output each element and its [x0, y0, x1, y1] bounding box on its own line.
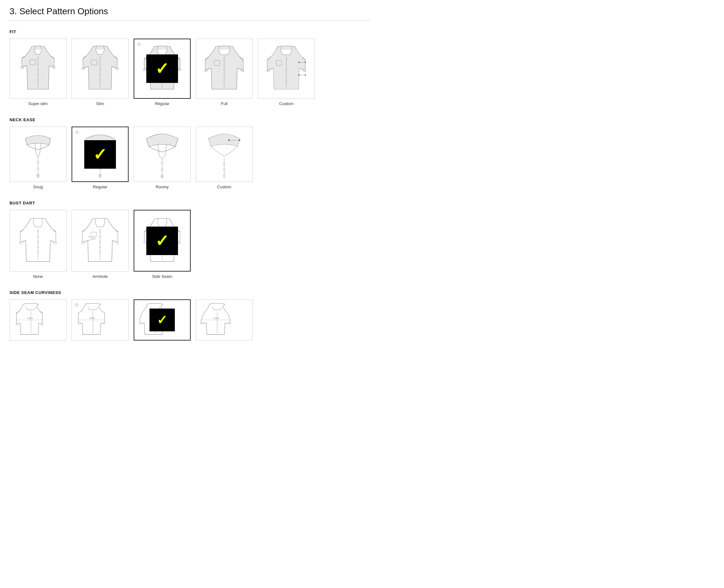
- svg-point-39: [286, 69, 287, 71]
- option-neck-regular-label: Regular: [93, 185, 107, 189]
- option-fit-custom-img: [258, 39, 315, 99]
- svg-rect-33: [214, 60, 220, 65]
- svg-rect-111: [139, 322, 141, 324]
- svg-rect-116: [200, 322, 202, 324]
- svg-point-74: [37, 231, 39, 232]
- option-curve-slight[interactable]: ☆ 100%: [72, 299, 128, 340]
- option-fit-regular-img: ☆: [134, 39, 190, 99]
- option-fit-full[interactable]: Full: [196, 39, 253, 106]
- svg-point-63: [161, 169, 163, 171]
- option-fit-full-label: Full: [221, 101, 228, 106]
- svg-point-1: [37, 58, 39, 60]
- title-divider: [9, 20, 370, 21]
- option-fit-custom-label: Custom: [279, 101, 294, 106]
- option-curve-straight[interactable]: 100%: [9, 299, 66, 340]
- svg-point-53: [37, 168, 39, 170]
- svg-rect-117: [229, 322, 230, 324]
- selected-overlay-bust-side-seam: ✓: [146, 227, 178, 255]
- svg-point-72: [223, 175, 225, 177]
- svg-rect-103: [16, 324, 17, 325]
- svg-point-4: [37, 74, 39, 76]
- svg-rect-79: [20, 242, 22, 244]
- section-fit: FIT: [9, 29, 370, 106]
- section-side-seam-curviness: SIDE SEAM CURVINESS 100%: [9, 290, 370, 340]
- svg-point-5: [37, 80, 39, 81]
- option-neck-regular[interactable]: ☆ ✓ Regular: [72, 127, 128, 189]
- side-seam-curviness-options-row: 100% ☆ 100%: [9, 299, 370, 340]
- svg-rect-8: [53, 66, 55, 68]
- star-icon-neck-regular: ☆: [75, 129, 79, 135]
- option-fit-custom[interactable]: Custom: [258, 39, 315, 106]
- svg-point-82: [99, 231, 101, 232]
- svg-point-32: [224, 80, 225, 82]
- svg-point-40: [286, 75, 287, 76]
- svg-point-11: [99, 63, 101, 65]
- selected-overlay-neck-regular: ✓: [84, 140, 116, 169]
- option-curve-curved[interactable]: ✓: [134, 299, 190, 340]
- svg-rect-87: [91, 232, 96, 236]
- option-neck-snug[interactable]: Snug: [9, 127, 66, 189]
- svg-text:100%: 100%: [213, 317, 219, 320]
- svg-rect-15: [91, 60, 97, 65]
- option-neck-custom-label: Custom: [217, 185, 232, 189]
- svg-point-78: [37, 251, 39, 253]
- option-fit-slim-img: [72, 39, 128, 99]
- option-fit-regular[interactable]: ☆: [134, 39, 190, 106]
- option-curve-curved-img: ✓: [134, 299, 190, 340]
- option-bust-side-seam[interactable]: ✓ Side Seam: [134, 210, 190, 279]
- option-fit-full-img: [196, 39, 253, 99]
- svg-rect-25: [143, 69, 146, 70]
- option-bust-armhole[interactable]: Armhole: [72, 210, 128, 279]
- option-curve-very-curved[interactable]: 100%: [196, 299, 253, 340]
- option-neck-custom[interactable]: Custom: [196, 127, 253, 189]
- checkmark-curve-curved: ✓: [157, 314, 167, 326]
- section-fit-label: FIT: [9, 29, 370, 34]
- option-fit-slim[interactable]: Slim: [72, 39, 128, 106]
- option-neck-roomy[interactable]: Roomy: [134, 127, 190, 189]
- svg-point-52: [37, 162, 39, 163]
- svg-rect-34: [205, 70, 207, 71]
- option-fit-super-slim[interactable]: Super slim: [9, 39, 66, 106]
- svg-point-76: [37, 241, 39, 243]
- option-bust-side-seam-label: Side Seam: [152, 274, 172, 279]
- svg-rect-108: [78, 322, 80, 324]
- option-bust-armhole-label: Armhole: [93, 274, 108, 279]
- svg-point-3: [37, 69, 39, 70]
- star-icon-fit-regular: ☆: [137, 41, 141, 47]
- svg-rect-97: [178, 242, 181, 244]
- option-bust-none[interactable]: None: [9, 210, 66, 279]
- option-neck-roomy-label: Roomy: [156, 185, 168, 189]
- section-neck-ease: NECK EASE Snug: [9, 118, 370, 189]
- svg-point-28: [224, 59, 225, 60]
- option-fit-regular-label: Regular: [155, 101, 169, 106]
- option-fit-slim-label: Slim: [96, 101, 104, 106]
- svg-point-31: [224, 75, 225, 76]
- svg-rect-16: [82, 67, 84, 69]
- option-neck-custom-img: [196, 127, 253, 182]
- svg-point-46: [298, 62, 300, 63]
- svg-point-86: [99, 251, 101, 253]
- svg-point-30: [224, 69, 225, 71]
- svg-rect-80: [54, 242, 56, 244]
- svg-rect-44: [303, 70, 306, 71]
- svg-point-12: [99, 69, 101, 70]
- svg-point-70: [223, 162, 225, 164]
- option-bust-side-seam-img: ✓: [134, 210, 190, 272]
- option-curve-straight-img: 100%: [9, 299, 66, 340]
- svg-rect-35: [241, 70, 244, 71]
- svg-point-50: [305, 75, 306, 76]
- bust-dart-options-row: None: [9, 210, 370, 279]
- svg-rect-6: [30, 60, 36, 65]
- svg-point-71: [223, 169, 225, 171]
- option-neck-snug-img: [9, 127, 66, 182]
- option-neck-roomy-img: [134, 127, 190, 182]
- selected-overlay-curve-curved: ✓: [149, 309, 175, 331]
- svg-point-83: [99, 236, 101, 237]
- svg-rect-89: [116, 242, 118, 244]
- svg-point-10: [99, 58, 101, 60]
- svg-rect-43: [267, 70, 269, 71]
- checkmark-neck-regular: ✓: [93, 146, 107, 163]
- selected-overlay-fit-regular: ✓: [146, 55, 178, 83]
- svg-rect-104: [41, 324, 43, 325]
- option-fit-super-slim-img: [9, 39, 66, 99]
